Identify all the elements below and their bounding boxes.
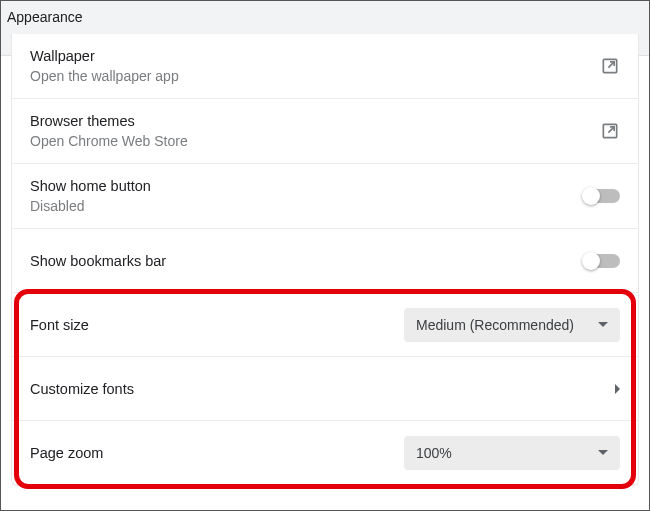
row-wallpaper-left: Wallpaper Open the wallpaper app xyxy=(30,48,179,84)
row-homebtn-left: Show home button Disabled xyxy=(30,178,151,214)
font-size-dropdown[interactable]: Medium (Recommended) xyxy=(404,308,620,342)
chevron-right-icon xyxy=(615,384,620,394)
row-wallpaper[interactable]: Wallpaper Open the wallpaper app xyxy=(12,34,638,99)
wallpaper-title: Wallpaper xyxy=(30,48,179,64)
page-zoom-value: 100% xyxy=(416,445,452,461)
settings-appearance-panel: Appearance Wallpaper Open the wallpaper … xyxy=(0,0,650,511)
row-show-home-button: Show home button Disabled xyxy=(12,164,638,229)
home-button-toggle[interactable] xyxy=(584,189,620,203)
external-link-icon xyxy=(600,56,620,76)
pagezoom-title: Page zoom xyxy=(30,445,103,461)
bookmarks-title: Show bookmarks bar xyxy=(30,253,166,269)
row-themes-left: Browser themes Open Chrome Web Store xyxy=(30,113,188,149)
row-show-bookmarks-bar: Show bookmarks bar xyxy=(12,229,638,293)
page-zoom-dropdown[interactable]: 100% xyxy=(404,436,620,470)
themes-title: Browser themes xyxy=(30,113,188,129)
row-page-zoom: Page zoom 100% xyxy=(12,421,638,485)
row-customize-fonts[interactable]: Customize fonts xyxy=(12,357,638,421)
chevron-down-icon xyxy=(598,450,608,455)
chevron-down-icon xyxy=(598,322,608,327)
font-size-value: Medium (Recommended) xyxy=(416,317,574,333)
row-font-size: Font size Medium (Recommended) xyxy=(12,293,638,357)
bookmarks-bar-toggle[interactable] xyxy=(584,254,620,268)
homebtn-sub: Disabled xyxy=(30,198,151,214)
settings-card: Wallpaper Open the wallpaper app Browser… xyxy=(11,34,639,486)
fontsize-title: Font size xyxy=(30,317,89,333)
row-browser-themes[interactable]: Browser themes Open Chrome Web Store xyxy=(12,99,638,164)
row-pagezoom-left: Page zoom xyxy=(30,445,103,461)
row-bookmarks-left: Show bookmarks bar xyxy=(30,253,166,269)
themes-sub: Open Chrome Web Store xyxy=(30,133,188,149)
homebtn-title: Show home button xyxy=(30,178,151,194)
external-link-icon xyxy=(600,121,620,141)
row-fontsize-left: Font size xyxy=(30,317,89,333)
row-custfonts-left: Customize fonts xyxy=(30,381,134,397)
custfonts-title: Customize fonts xyxy=(30,381,134,397)
wallpaper-sub: Open the wallpaper app xyxy=(30,68,179,84)
